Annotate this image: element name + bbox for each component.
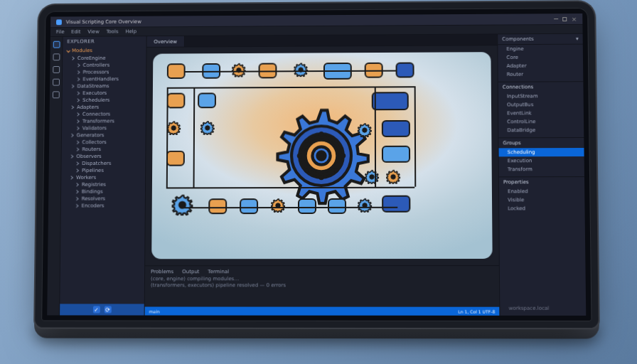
sync-icon[interactable]: ⟳ <box>104 306 111 313</box>
maximize-icon[interactable] <box>563 17 567 21</box>
tree-item[interactable]: EventHandlers <box>63 75 146 82</box>
terminal-line: (transformers, executors) pipeline resol… <box>151 282 493 288</box>
close-icon[interactable]: × <box>572 16 577 23</box>
panel-item[interactable]: DataBridge <box>498 126 584 134</box>
sidebar-section[interactable]: Modules <box>63 46 146 55</box>
search-icon[interactable] <box>53 53 60 60</box>
panel-item[interactable]: Locked <box>499 204 584 213</box>
node-icon[interactable] <box>167 63 186 79</box>
panel-item[interactable]: Transform <box>499 165 584 173</box>
diagram-canvas[interactable] <box>149 50 495 261</box>
workspace: Explorer Modules CoreEngine Controllers … <box>47 34 586 316</box>
editor-tabs: Overview <box>147 34 498 47</box>
menu-help[interactable]: Help <box>125 28 136 34</box>
tree-item[interactable]: Encoders <box>61 202 145 209</box>
right-panel: Components ▾ Engine Core Adapter Router … <box>497 34 586 316</box>
tree-item[interactable]: Processors <box>63 68 146 75</box>
left-sidebar: Explorer Modules CoreEngine Controllers … <box>60 36 147 315</box>
panel-item[interactable]: ControlLine <box>498 117 584 126</box>
svg-point-11 <box>304 168 309 173</box>
svg-point-4 <box>317 151 325 159</box>
terminal-tabs: Problems Output Terminal <box>151 269 493 274</box>
tree-item[interactable]: Schedulers <box>63 97 146 104</box>
tree-item[interactable]: Workers <box>61 174 145 181</box>
tree-item[interactable]: Transformers <box>62 117 146 124</box>
tree-item[interactable]: Observers <box>62 153 146 160</box>
tab-overview[interactable]: Overview <box>147 36 185 47</box>
minimize-icon[interactable] <box>555 18 559 19</box>
gear-icon[interactable] <box>166 121 181 135</box>
tree-item[interactable]: Connectors <box>62 110 146 117</box>
tree-item[interactable]: Generators <box>62 132 146 139</box>
sidebar-header: Explorer <box>63 36 146 46</box>
branch-icon[interactable] <box>53 66 60 73</box>
debug-icon[interactable] <box>53 79 60 86</box>
panel-item[interactable]: Enabled <box>499 187 584 196</box>
terminal-panel[interactable]: Problems Output Terminal (core, engine) … <box>145 265 500 307</box>
node-icon[interactable] <box>382 120 410 137</box>
panel-item[interactable]: EventLink <box>498 109 584 117</box>
svg-point-12 <box>334 168 338 173</box>
tree-item[interactable]: Validators <box>62 124 146 132</box>
gear-icon[interactable] <box>200 121 215 135</box>
tree-item[interactable]: Bindings <box>61 188 145 196</box>
status-bar: main Ln 1, Col 1 UTF-8 <box>145 306 500 315</box>
tree-item[interactable]: Resolvers <box>61 195 145 202</box>
node-icon[interactable] <box>167 93 186 109</box>
panel-item[interactable]: OutputBus <box>498 100 584 109</box>
svg-point-5 <box>318 131 323 136</box>
gear-icon[interactable] <box>365 170 379 184</box>
status-position[interactable]: Ln 1, Col 1 UTF-8 <box>458 309 495 314</box>
tree-item[interactable]: Executors <box>63 90 146 97</box>
panel-item[interactable]: Adapter <box>498 61 584 70</box>
check-icon[interactable]: ✓ <box>92 306 100 313</box>
menu-file[interactable]: File <box>56 29 65 35</box>
panel-section[interactable]: Properties <box>499 176 584 187</box>
panel-section[interactable]: Connections <box>498 81 584 92</box>
sidebar-footer: ✓ ⟳ <box>60 304 144 315</box>
panel-item[interactable]: InputStream <box>498 92 584 100</box>
gear-icon[interactable] <box>386 170 400 184</box>
file-tree[interactable]: CoreEngine Controllers Processors EventH… <box>60 55 146 304</box>
tree-item[interactable]: Collectors <box>62 139 146 146</box>
panel-section[interactable]: Groups <box>498 137 584 148</box>
terminal-tab[interactable]: Output <box>182 269 199 274</box>
panel-item[interactable]: Visible <box>499 196 584 204</box>
panel-item[interactable]: Core <box>498 53 583 62</box>
tree-item[interactable]: Dispatchers <box>61 160 145 167</box>
tree-item[interactable]: Controllers <box>63 62 146 69</box>
panel-item[interactable]: Router <box>498 70 584 78</box>
laptop-screen: Visual Scripting Core Overview × File Ed… <box>41 8 592 321</box>
node-icon[interactable] <box>382 146 410 163</box>
tree-item[interactable]: Pipelines <box>61 167 145 174</box>
node-icon[interactable] <box>198 92 216 108</box>
tree-item[interactable]: CoreEngine <box>63 55 146 62</box>
svg-point-6 <box>318 175 323 180</box>
gear-icon[interactable] <box>358 198 372 213</box>
ide-window: Visual Scripting Core Overview × File Ed… <box>47 14 586 316</box>
node-icon[interactable] <box>382 196 410 213</box>
collapse-icon[interactable]: ▾ <box>576 36 579 42</box>
gear-icon[interactable] <box>171 194 193 215</box>
tree-item[interactable]: Adapters <box>62 104 146 111</box>
node-icon[interactable] <box>166 151 185 166</box>
node-icon[interactable] <box>372 92 409 110</box>
extensions-icon[interactable] <box>52 91 59 98</box>
menu-tools[interactable]: Tools <box>106 29 118 35</box>
tree-item[interactable]: Routers <box>62 146 146 153</box>
terminal-tab[interactable]: Problems <box>151 269 173 274</box>
node-icon[interactable] <box>396 63 414 78</box>
gear-icon[interactable] <box>358 123 372 137</box>
menu-edit[interactable]: Edit <box>71 29 80 35</box>
tree-item[interactable]: DataStreams <box>63 82 146 90</box>
menu-view[interactable]: View <box>87 29 99 35</box>
tree-item[interactable]: Registries <box>61 181 145 188</box>
explorer-icon[interactable] <box>53 41 60 48</box>
terminal-tab[interactable]: Terminal <box>208 269 229 274</box>
gear-icon[interactable] <box>271 198 285 213</box>
status-branch[interactable]: main <box>149 309 160 314</box>
panel-item[interactable]: Engine <box>498 45 583 54</box>
panel-item[interactable]: Execution <box>499 156 584 165</box>
panel-item[interactable]: Scheduling <box>499 148 584 156</box>
central-gear-icon[interactable] <box>272 106 371 205</box>
